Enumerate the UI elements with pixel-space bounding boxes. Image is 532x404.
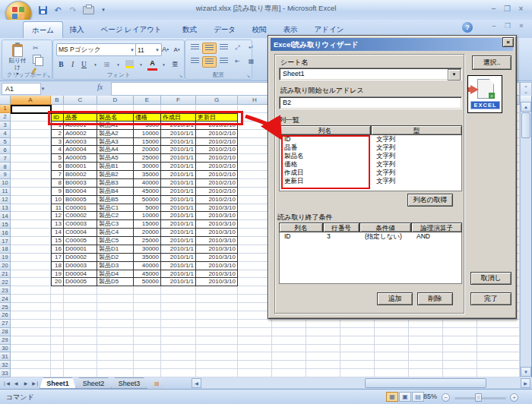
column-list-header-型[interactable]: 型 — [371, 125, 462, 135]
cell-E32[interactable] — [134, 361, 161, 369]
cell-G26[interactable] — [196, 311, 238, 320]
column-header-F[interactable]: F — [161, 96, 196, 105]
cell-B7[interactable]: 5 — [51, 154, 64, 163]
row-header-2[interactable]: 2 — [0, 113, 11, 122]
row-header-25[interactable]: 25 — [0, 303, 11, 311]
cell-D13[interactable]: 製品C1 — [97, 204, 134, 213]
sheet-tab-Sheet2[interactable]: Sheet2 — [75, 377, 112, 389]
column-header-D[interactable]: D — [97, 96, 134, 105]
font-name-combobox[interactable]: MS Pゴシック▼ — [56, 43, 137, 56]
cell-B29[interactable] — [51, 336, 64, 345]
row-header-32[interactable]: 32 — [0, 361, 11, 369]
row-header-19[interactable]: 19 — [0, 254, 11, 262]
select-button[interactable]: 選択.. — [472, 55, 511, 70]
cell-D7[interactable]: 製品A5 — [97, 154, 134, 163]
row-header-23[interactable]: 23 — [0, 286, 11, 295]
row-header-31[interactable]: 31 — [0, 352, 11, 361]
cell-A17[interactable] — [11, 237, 51, 245]
cell-C8[interactable]: B00001 — [64, 163, 97, 171]
cell-G5[interactable]: 2010/2/10 — [196, 138, 238, 147]
cell-N27[interactable] — [443, 320, 477, 328]
cell-D5[interactable]: 製品A3 — [97, 138, 134, 147]
cell-N33[interactable] — [443, 369, 477, 377]
dialog-titlebar[interactable]: Excel読み取りウィザード — [271, 38, 513, 51]
cell-A32[interactable] — [11, 361, 51, 369]
cell-A18[interactable] — [11, 245, 51, 254]
row-header-16[interactable]: 16 — [0, 229, 11, 237]
cell-B32[interactable] — [51, 361, 64, 369]
cell-L32[interactable] — [375, 361, 409, 369]
cell-E4[interactable]: 10000 — [134, 130, 161, 138]
cell-K28[interactable] — [340, 328, 375, 336]
cell-B16[interactable]: 14 — [51, 229, 64, 237]
workbook-restore-button[interactable]: ❐ — [503, 22, 512, 30]
condition-list-header-条件値[interactable]: 条件値 — [359, 223, 411, 232]
cell-C25[interactable] — [64, 303, 97, 311]
cell-O29[interactable] — [477, 336, 520, 345]
cell-F4[interactable]: 2010/1/1 — [161, 130, 196, 138]
column-header-C[interactable]: C — [64, 96, 97, 105]
column-header-B[interactable]: B — [51, 96, 64, 105]
decrease-indent-icon[interactable]: ⇤ — [231, 56, 244, 66]
cell-I33[interactable] — [272, 369, 306, 377]
cell-E20[interactable]: 40000 — [134, 262, 161, 270]
delete-button[interactable]: 削除 — [417, 292, 453, 305]
cell-B15[interactable]: 13 — [51, 220, 64, 229]
cell-E12[interactable]: 50000 — [134, 196, 161, 204]
cell-E24[interactable] — [134, 295, 161, 303]
cell-D23[interactable] — [97, 286, 134, 295]
cell-O33[interactable] — [477, 369, 520, 377]
formula-bar-expand-icon[interactable]: ⌄⌄ — [520, 82, 532, 96]
cell-C31[interactable] — [64, 352, 97, 361]
cell-H33[interactable] — [238, 369, 272, 377]
cell-N29[interactable] — [443, 336, 477, 345]
cell-C11[interactable]: B00004 — [64, 188, 97, 196]
cell-A12[interactable] — [11, 196, 51, 204]
cell-C6[interactable]: A00004 — [64, 146, 97, 154]
vertical-scroll-thumb[interactable] — [521, 112, 530, 138]
row-header-3[interactable]: 3 — [0, 122, 11, 130]
cell-O28[interactable] — [477, 328, 520, 336]
cell-E28[interactable] — [134, 328, 161, 336]
cell-E33[interactable] — [134, 369, 161, 377]
cell-A4[interactable] — [11, 130, 51, 138]
cell-E11[interactable]: 45000 — [134, 188, 161, 196]
cell-N30[interactable] — [443, 345, 477, 353]
cell-E13[interactable]: 5000 — [134, 204, 161, 213]
cell-H27[interactable] — [238, 320, 272, 328]
cell-C17[interactable]: C00005 — [64, 237, 97, 245]
tab-数式[interactable]: 数式 — [174, 21, 205, 38]
sheet-name-dropdown-icon[interactable]: ▼ — [448, 69, 461, 80]
column-header-E[interactable]: E — [134, 96, 161, 105]
cell-E31[interactable] — [134, 352, 161, 361]
cell-K29[interactable] — [340, 336, 375, 345]
cell-G15[interactable]: 2010/3/10 — [196, 220, 238, 229]
cell-O30[interactable] — [477, 345, 520, 353]
cell-F21[interactable]: 2010/1/1 — [161, 270, 196, 279]
cell-H28[interactable] — [238, 328, 272, 336]
column-header-G[interactable]: G — [196, 96, 238, 105]
cell-D28[interactable] — [97, 328, 134, 336]
cell-B28[interactable] — [51, 328, 64, 336]
condition-list-row[interactable]: ID3(指定しない)AND — [280, 232, 461, 241]
cell-F31[interactable] — [161, 352, 196, 361]
cell-O27[interactable] — [477, 320, 520, 328]
cell-F25[interactable] — [161, 303, 196, 311]
cell-G20[interactable]: 2010/3/10 — [196, 262, 238, 270]
cell-E10[interactable]: 40000 — [134, 179, 161, 188]
cell-C22[interactable]: D00005 — [64, 278, 97, 286]
cell-C28[interactable] — [64, 328, 97, 336]
align-center-icon[interactable] — [202, 56, 217, 68]
cell-A6[interactable] — [11, 146, 51, 154]
cell-F32[interactable] — [161, 361, 196, 369]
cell-A10[interactable] — [11, 179, 51, 188]
cell-C20[interactable]: D00003 — [64, 262, 97, 270]
cell-M31[interactable] — [409, 352, 443, 361]
alignment-dialog-launcher-icon[interactable]: ↘ — [246, 73, 250, 78]
cell-F29[interactable] — [161, 336, 196, 345]
cell-E29[interactable] — [134, 336, 161, 345]
cell-F26[interactable] — [161, 311, 196, 320]
cell-G33[interactable] — [196, 369, 238, 377]
condition-list-body[interactable]: ID3(指定しない)AND — [279, 232, 462, 284]
cell-B14[interactable]: 12 — [51, 212, 64, 220]
